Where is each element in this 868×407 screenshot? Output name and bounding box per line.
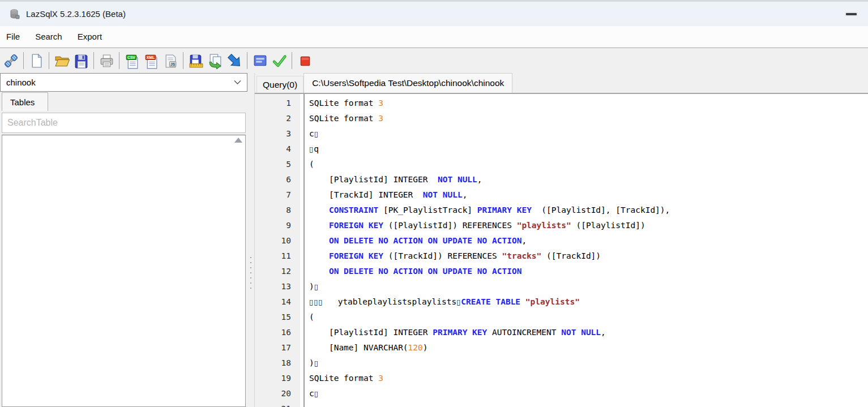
sql-editor[interactable]: 1SQLite format 32SQLite format 33c▯4▯q5(… (255, 94, 868, 407)
editor-line: 17 [Name] NVARCHAR(120) (255, 340, 868, 355)
query-window-icon (252, 53, 268, 69)
line-content: )▯ (300, 279, 319, 294)
svg-text:XML: XML (146, 55, 154, 59)
line-number: 11 (255, 249, 300, 264)
editor-line: 16 [PlaylistId] INTEGER PRIMARY KEY AUTO… (255, 325, 868, 340)
connection-select[interactable]: chinook (0, 73, 247, 92)
save-icon (73, 53, 89, 69)
export-xml-button[interactable]: XML (142, 51, 161, 70)
toolbar: CSV XML JS (0, 48, 868, 73)
line-number: 7 (255, 187, 300, 203)
line-content: c▯ (300, 386, 319, 401)
open-file-button[interactable] (52, 51, 71, 70)
scroll-up-arrow-icon[interactable] (234, 138, 242, 143)
check-icon (271, 53, 288, 69)
main-area: chinook Tables Query(0) C:\Users\Softpe (0, 73, 868, 407)
editor-line: 9 FOREIGN KEY ([PlaylistId]) REFERENCES … (255, 218, 868, 233)
save-results-icon (188, 53, 204, 69)
line-content: ON DELETE NO ACTION ON UPDATE NO ACTION (300, 264, 521, 279)
tab-file-path[interactable]: C:\Users\Softpedia Test\Desktop\chinook\… (303, 73, 512, 93)
toolbar-separator (183, 52, 183, 69)
show-query-window-button[interactable] (250, 51, 270, 70)
line-number: 21 (255, 401, 300, 407)
export-csv-icon: CSV (124, 53, 140, 69)
titlebar: LazSqlX 5.2.3.1625 (Beta) (0, 0, 868, 26)
editor-lines: 1SQLite format 32SQLite format 33c▯4▯q5(… (255, 96, 868, 407)
tab-query[interactable]: Query(0) (256, 76, 303, 93)
editor-line: 20c▯ (255, 386, 868, 401)
editor-line: 14▯▯▯ ytableplaylistsplaylists▯CREATE TA… (255, 294, 868, 310)
export-json-button[interactable]: JS (161, 51, 180, 70)
menubar: File Search Export (0, 26, 868, 48)
save-button[interactable] (71, 51, 91, 70)
new-query-button[interactable] (27, 51, 46, 70)
menu-file[interactable]: File (6, 32, 20, 41)
line-content: SQLite format 3 (300, 111, 383, 126)
line-content: ▯q (300, 142, 319, 157)
editor-line: 21▯ (255, 401, 868, 407)
line-content: ▯ (300, 401, 314, 407)
tables-listbox[interactable] (2, 135, 246, 407)
editor-line: 6 [PlaylistId] INTEGER NOT NULL, (255, 172, 868, 187)
run-script-button[interactable] (225, 51, 244, 70)
line-content: [PlaylistId] INTEGER PRIMARY KEY AUTOINC… (300, 325, 606, 340)
run-arrow-icon (226, 53, 243, 69)
line-content: SQLite format 3 (300, 96, 383, 111)
panel-splitter[interactable] (247, 73, 255, 407)
left-tabstrip: Tables (0, 92, 247, 111)
tab-tables[interactable]: Tables (2, 92, 48, 111)
minimize-button[interactable] (846, 13, 857, 15)
line-content: SQLite format 3 (300, 371, 383, 386)
editor-line: 5( (255, 157, 868, 172)
export-xml-icon: XML (143, 53, 160, 69)
menu-export[interactable]: Export (78, 32, 102, 41)
search-table-input[interactable] (2, 113, 246, 133)
line-number: 8 (255, 203, 300, 218)
connection-select-value: chinook (6, 78, 36, 87)
toolbar-separator (292, 52, 292, 69)
stop-button[interactable] (295, 51, 314, 70)
line-content: [TrackId] INTEGER NOT NULL, (300, 187, 467, 203)
export-csv-button[interactable]: CSV (122, 51, 142, 70)
line-content: c▯ (300, 126, 319, 142)
line-content: CONSTRAINT [PK_PlaylistTrack] PRIMARY KE… (300, 203, 670, 218)
editor-line: 15( (255, 310, 868, 325)
print-button[interactable] (97, 51, 116, 70)
line-number: 3 (255, 126, 300, 142)
editor-line: 12 ON DELETE NO ACTION ON UPDATE NO ACTI… (255, 264, 868, 279)
toolbar-separator (49, 52, 49, 69)
window-title: LazSqlX 5.2.3.1625 (Beta) (26, 9, 126, 19)
line-number: 14 (255, 294, 300, 310)
line-number: 2 (255, 111, 300, 126)
line-number: 13 (255, 279, 300, 294)
tab-query-label: Query(0) (263, 80, 297, 90)
copy-results-button[interactable] (206, 51, 225, 70)
export-json-icon: JS (163, 53, 179, 69)
toolbar-separator (247, 52, 247, 69)
line-content: FOREIGN KEY ([PlaylistId]) REFERENCES "p… (300, 218, 645, 233)
line-number: 10 (255, 233, 300, 249)
editor-line: 10 ON DELETE NO ACTION ON UPDATE NO ACTI… (255, 233, 868, 249)
line-content: )▯ (300, 355, 319, 371)
editor-line: 7 [TrackId] INTEGER NOT NULL, (255, 187, 868, 203)
save-results-button[interactable] (186, 51, 206, 70)
editor-line: 18)▯ (255, 355, 868, 371)
line-content: ▯▯▯ ytableplaylistsplaylists▯CREATE TABL… (300, 294, 580, 310)
editor-line: 1SQLite format 3 (255, 96, 868, 111)
menu-search[interactable]: Search (35, 32, 62, 41)
line-number: 16 (255, 325, 300, 340)
gutter-separator (303, 94, 305, 407)
print-icon (99, 53, 115, 69)
editor-line: 11 FOREIGN KEY ([TrackId]) REFERENCES "t… (255, 249, 868, 264)
editor-line: 2SQLite format 3 (255, 111, 868, 126)
tab-file-path-label: C:\Users\Softpedia Test\Desktop\chinook\… (312, 78, 504, 88)
connect-button[interactable] (1, 51, 20, 70)
line-content: ( (300, 310, 314, 325)
line-content: ON DELETE NO ACTION ON UPDATE NO ACTION, (300, 233, 527, 249)
line-number: 15 (255, 310, 300, 325)
new-file-icon (28, 53, 45, 69)
database-icon (9, 8, 20, 20)
line-content: FOREIGN KEY ([TrackId]) REFERENCES "trac… (300, 249, 601, 264)
execute-button[interactable] (270, 51, 289, 70)
svg-text:JS: JS (170, 62, 176, 66)
